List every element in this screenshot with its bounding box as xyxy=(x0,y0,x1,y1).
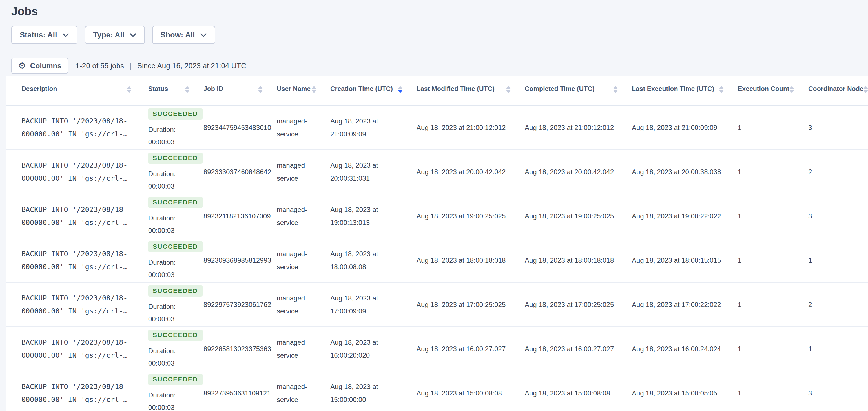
last-modified-time: Aug 18, 2023 at 17:00:25:025 xyxy=(416,301,505,309)
show-filter-label: Show: All xyxy=(161,31,195,39)
completed-time: Aug 18, 2023 at 17:00:25:025 xyxy=(525,301,614,309)
sort-arrows-icon xyxy=(398,86,402,95)
execution-count: 1 xyxy=(738,257,741,264)
completed-time: Aug 18, 2023 at 16:00:27:027 xyxy=(525,345,614,353)
gear-icon: ⚙ xyxy=(18,61,26,70)
table-row: BACKUP INTO '/2023/08/18- 000000.00' IN … xyxy=(6,283,868,327)
sort-asc-icon xyxy=(789,86,794,89)
column-header-completed-time-utc[interactable]: Completed Time (UTC) xyxy=(519,76,626,106)
last-modified-time: Aug 18, 2023 at 20:00:42:042 xyxy=(416,168,505,176)
status-badge: SUCCEEDED xyxy=(148,241,203,252)
job-description-link[interactable]: BACKUP INTO '/2023/08/18- 000000.00' IN … xyxy=(22,115,136,141)
job-id: 892321182136107009 xyxy=(204,212,271,220)
column-header-user-name[interactable]: User Name xyxy=(271,76,324,106)
status-badge: SUCCEEDED xyxy=(148,108,203,119)
last-execution-time: Aug 18, 2023 at 16:00:24:024 xyxy=(632,345,721,353)
sort-arrows-icon xyxy=(127,86,131,95)
execution-count: 1 xyxy=(738,212,741,220)
job-id: 892285813023375363 xyxy=(204,345,271,353)
job-description-link[interactable]: BACKUP INTO '/2023/08/18- 000000.00' IN … xyxy=(22,292,136,318)
status-filter-label: Status: All xyxy=(20,31,57,39)
sort-desc-icon xyxy=(258,90,262,93)
job-description-link[interactable]: BACKUP INTO '/2023/08/18- 000000.00' IN … xyxy=(22,247,136,273)
user-name: managed-service xyxy=(277,117,307,138)
table-row: BACKUP INTO '/2023/08/18- 000000.00' IN … xyxy=(6,150,868,194)
coordinator-node: 3 xyxy=(808,389,812,397)
jobs-count: 1-20 of 55 jobs xyxy=(75,61,124,70)
job-description-link[interactable]: BACKUP INTO '/2023/08/18- 000000.00' IN … xyxy=(22,203,136,229)
column-header-last-execution-time-utc[interactable]: Last Execution Time (UTC) xyxy=(626,76,732,106)
job-description-link[interactable]: BACKUP INTO '/2023/08/18- 000000.00' IN … xyxy=(22,380,136,406)
since-timestamp: Since Aug 16, 2023 at 21:04 UTC xyxy=(137,61,246,70)
column-header-execution-count[interactable]: Execution Count xyxy=(732,76,803,106)
column-header-job-id[interactable]: Job ID xyxy=(198,76,271,106)
type-filter-dropdown[interactable]: Type: All xyxy=(85,26,145,44)
column-header-status[interactable]: Status xyxy=(140,76,198,106)
last-execution-time: Aug 18, 2023 at 17:00:22:022 xyxy=(632,301,721,309)
sort-asc-icon xyxy=(127,86,131,89)
last-execution-time: Aug 18, 2023 at 21:00:09:09 xyxy=(632,124,717,131)
table-row: BACKUP INTO '/2023/08/18- 000000.00' IN … xyxy=(6,106,868,150)
columns-button-label: Columns xyxy=(30,61,61,70)
creation-time: Aug 18, 2023 at 20:00:31:031 xyxy=(330,162,378,182)
job-duration: Duration: 00:00:03 xyxy=(148,168,194,193)
job-duration: Duration: 00:00:03 xyxy=(148,345,194,370)
column-header-description[interactable]: Description xyxy=(6,76,140,106)
sort-arrows-icon xyxy=(864,86,868,95)
status-filter-dropdown[interactable]: Status: All xyxy=(11,26,78,44)
status-badge: SUCCEEDED xyxy=(148,285,203,297)
creation-time: Aug 18, 2023 at 15:00:00:00 xyxy=(330,383,378,403)
user-name: managed-service xyxy=(277,162,307,182)
execution-count: 1 xyxy=(738,345,741,353)
column-header-last-modified-time-utc[interactable]: Last Modified Time (UTC) xyxy=(411,76,519,106)
job-description-link[interactable]: BACKUP INTO '/2023/08/18- 000000.00' IN … xyxy=(22,159,136,185)
table-row: BACKUP INTO '/2023/08/18- 000000.00' IN … xyxy=(6,194,868,238)
last-execution-time: Aug 18, 2023 at 19:00:22:022 xyxy=(632,212,721,220)
sort-asc-icon xyxy=(398,86,402,89)
table-row: BACKUP INTO '/2023/08/18- 000000.00' IN … xyxy=(6,327,868,371)
coordinator-node: 2 xyxy=(808,301,812,309)
coordinator-node: 1 xyxy=(808,257,812,264)
last-modified-time: Aug 18, 2023 at 15:00:08:08 xyxy=(416,389,502,397)
sort-desc-icon xyxy=(789,90,794,93)
column-header-creation-time-utc[interactable]: Creation Time (UTC) xyxy=(324,76,411,106)
show-filter-dropdown[interactable]: Show: All xyxy=(152,26,215,44)
sort-desc-icon xyxy=(312,90,316,93)
sort-asc-icon xyxy=(613,86,618,89)
job-id: 892333037460848642 xyxy=(204,168,271,176)
column-header-coordinator-node[interactable]: Coordinator Node xyxy=(803,76,868,106)
user-name: managed-service xyxy=(277,206,307,226)
sort-arrows-icon xyxy=(312,86,316,95)
sort-asc-icon xyxy=(185,86,189,89)
sort-desc-icon xyxy=(613,90,618,93)
execution-count: 1 xyxy=(738,168,741,176)
table-row: BACKUP INTO '/2023/08/18- 000000.00' IN … xyxy=(6,238,868,283)
sort-asc-icon xyxy=(506,86,510,89)
last-modified-time: Aug 18, 2023 at 16:00:27:027 xyxy=(416,345,505,353)
sort-arrows-icon xyxy=(506,86,510,95)
last-modified-time: Aug 18, 2023 at 19:00:25:025 xyxy=(416,212,505,220)
job-id: 892273953631109121 xyxy=(204,389,271,397)
toolbar-separator: | xyxy=(130,61,132,70)
status-badge: SUCCEEDED xyxy=(148,197,203,208)
table-header-row: Description Status Job ID User Name xyxy=(6,76,868,106)
completed-time: Aug 18, 2023 at 20:00:42:042 xyxy=(525,168,614,176)
sort-asc-icon xyxy=(258,86,262,89)
columns-button[interactable]: ⚙ Columns xyxy=(11,58,68,74)
last-execution-time: Aug 18, 2023 at 20:00:38:038 xyxy=(632,168,721,176)
job-description-link[interactable]: BACKUP INTO '/2023/08/18- 000000.00' IN … xyxy=(22,336,136,362)
sort-desc-icon xyxy=(185,90,189,93)
sort-asc-icon xyxy=(719,86,724,89)
sort-desc-icon xyxy=(864,90,868,93)
job-id: 892297573923061762 xyxy=(204,301,271,309)
chevron-down-icon xyxy=(200,33,207,37)
job-id: 892309368985812993 xyxy=(204,257,271,264)
creation-time: Aug 18, 2023 at 19:00:13:013 xyxy=(330,206,378,226)
chevron-down-icon xyxy=(62,33,69,37)
page-title: Jobs xyxy=(11,4,868,18)
coordinator-node: 3 xyxy=(808,124,812,131)
job-duration: Duration: 00:00:03 xyxy=(148,389,194,411)
user-name: managed-service xyxy=(277,294,307,315)
sort-arrows-icon xyxy=(613,86,618,95)
sort-asc-icon xyxy=(312,86,316,89)
